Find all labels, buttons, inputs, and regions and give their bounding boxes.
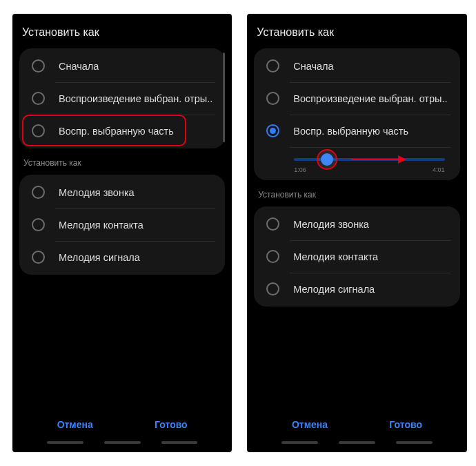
slider-time-start: 1:06 <box>294 166 306 173</box>
done-button[interactable]: Готово <box>141 415 201 434</box>
cancel-button[interactable]: Отмена <box>43 415 107 434</box>
section-subheader: Установить как <box>19 155 225 175</box>
nav-pill <box>281 441 318 444</box>
playback-options-card: Сначала Воспроизведение выбран. отры.. В… <box>19 48 225 148</box>
radio-option-contact[interactable]: Мелодия контакта <box>254 240 459 273</box>
radio-icon <box>266 250 279 263</box>
option-label: Сначала <box>59 61 99 72</box>
radio-icon <box>32 92 45 105</box>
option-label: Мелодия звонка <box>59 187 135 198</box>
radio-option-ringtone[interactable]: Мелодия звонка <box>254 208 459 240</box>
setas-options-card: Мелодия звонка Мелодия контакта Мелодия … <box>254 206 459 307</box>
radio-option-alarm[interactable]: Мелодия сигнала <box>254 273 459 305</box>
radio-icon <box>32 59 45 72</box>
playback-slider[interactable] <box>294 158 444 161</box>
option-label: Мелодия контакта <box>59 220 143 231</box>
svg-marker-1 <box>398 155 406 164</box>
option-label: Мелодия сигнала <box>59 252 140 263</box>
radio-option-selected-part[interactable]: Воспр. выбранную часть <box>254 115 459 147</box>
slider-thumb[interactable] <box>321 153 333 166</box>
footer-actions: Отмена Готово <box>19 415 225 438</box>
done-button[interactable]: Готово <box>375 415 436 434</box>
page-title: Установить как <box>254 26 459 48</box>
nav-indicator <box>254 438 459 444</box>
radio-option-selected-excerpt[interactable]: Воспроизведение выбран. отры.. <box>254 82 459 115</box>
option-label: Воспр. выбранную часть <box>59 126 174 137</box>
radio-option-first[interactable]: Сначала <box>254 50 459 82</box>
slider-time-end: 4:01 <box>433 166 445 173</box>
section-subheader: Установить как <box>254 187 459 206</box>
radio-icon <box>266 59 279 72</box>
playback-options-card: Сначала Воспроизведение выбран. отры.. В… <box>254 48 459 180</box>
option-label: Воспроизведение выбран. отры.. <box>59 93 212 104</box>
radio-icon <box>266 92 279 105</box>
radio-option-selected-excerpt[interactable]: Воспроизведение выбран. отры.. <box>19 82 225 115</box>
option-label: Мелодия звонка <box>293 219 369 230</box>
cancel-button[interactable]: Отмена <box>278 415 341 434</box>
radio-icon <box>32 218 45 231</box>
radio-icon <box>32 186 45 199</box>
radio-icon <box>266 217 279 231</box>
nav-pill <box>104 441 141 444</box>
radio-option-first[interactable]: Сначала <box>19 50 225 82</box>
arrow-right-icon <box>351 153 406 166</box>
option-label: Воспроизведение выбран. отры.. <box>293 93 447 104</box>
option-label: Мелодия контакта <box>293 251 378 262</box>
nav-pill <box>396 441 433 444</box>
nav-pill <box>339 441 375 444</box>
option-label: Сначала <box>293 61 333 72</box>
footer-actions: Отмена Готово <box>254 415 459 438</box>
radio-option-selected-part[interactable]: Воспр. выбранную часть <box>19 115 225 147</box>
radio-option-contact[interactable]: Мелодия контакта <box>19 208 225 241</box>
radio-icon <box>32 124 45 137</box>
slider-times: 1:06 4:01 <box>294 166 444 173</box>
screenshot-left: Установить как Сначала Воспроизведение в… <box>12 14 232 452</box>
nav-indicator <box>19 438 225 444</box>
radio-option-alarm[interactable]: Мелодия сигнала <box>19 241 225 273</box>
playback-slider-wrap: 1:06 4:01 <box>254 147 459 179</box>
page-title: Установить как <box>19 26 225 48</box>
setas-options-card: Мелодия звонка Мелодия контакта Мелодия … <box>19 175 225 275</box>
radio-option-ringtone[interactable]: Мелодия звонка <box>19 176 225 208</box>
nav-pill <box>47 441 83 444</box>
option-label: Воспр. выбранную часть <box>293 126 408 137</box>
radio-icon-checked <box>266 124 279 137</box>
nav-pill <box>161 441 198 444</box>
option-label: Мелодия сигнала <box>293 284 375 295</box>
radio-icon <box>266 282 279 295</box>
radio-icon <box>32 251 45 264</box>
screenshot-right: Установить как Сначала Воспроизведение в… <box>247 14 466 452</box>
